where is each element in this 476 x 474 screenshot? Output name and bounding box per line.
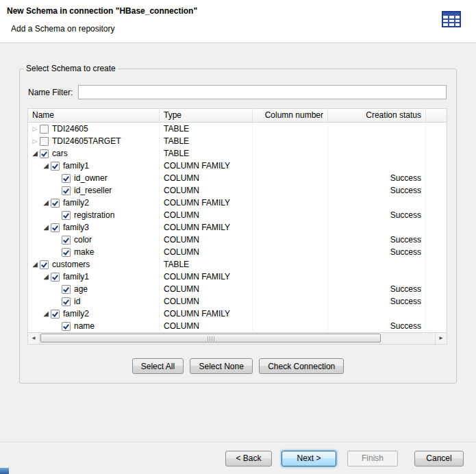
tree-expander-icon[interactable]: ◢ xyxy=(41,308,51,320)
row-checkbox[interactable] xyxy=(62,174,71,183)
row-column-number xyxy=(253,246,328,258)
row-name: color xyxy=(74,234,95,246)
table-row[interactable]: id_reseller COLUMN Success xyxy=(28,184,447,197)
row-checkbox[interactable] xyxy=(51,162,60,171)
tree-expander-icon[interactable]: ◢ xyxy=(41,221,51,234)
row-checkbox[interactable] xyxy=(40,260,49,269)
tree-expander-icon[interactable]: ▷ xyxy=(30,135,40,147)
row-checkbox[interactable] xyxy=(40,137,49,146)
table-grid-icon xyxy=(442,11,461,27)
column-header-name[interactable]: Name xyxy=(28,109,160,122)
table-row[interactable]: ◢ customers TABLE xyxy=(28,258,447,271)
horizontal-scrollbar[interactable]: ◄ ► xyxy=(28,332,447,344)
row-name: family2 xyxy=(63,197,92,209)
row-status xyxy=(328,271,426,283)
tree-expander-icon[interactable]: ◢ xyxy=(30,258,40,271)
table-row[interactable]: name COLUMN Success xyxy=(28,320,447,332)
select-schema-group: Select Schema to create Name Filter: Nam… xyxy=(19,68,457,384)
row-column-number xyxy=(253,271,328,283)
scroll-right-icon[interactable]: ► xyxy=(435,333,447,344)
column-header-creation-status[interactable]: Creation status xyxy=(328,109,426,122)
row-checkbox[interactable] xyxy=(51,223,60,232)
checkmark-icon xyxy=(52,224,58,230)
wizard-subtitle: Add a Schema on repository xyxy=(11,24,114,34)
select-all-button[interactable]: Select All xyxy=(132,358,184,374)
row-status: Success xyxy=(328,246,426,258)
row-checkbox[interactable] xyxy=(62,236,71,245)
table-row[interactable]: make COLUMN Success xyxy=(28,246,447,258)
row-checkbox[interactable] xyxy=(62,211,71,220)
table-row[interactable]: ◢ cars TABLE xyxy=(28,147,447,160)
row-status xyxy=(328,308,426,320)
tree-expander-icon[interactable]: ◢ xyxy=(30,147,40,160)
row-name: make xyxy=(74,246,97,258)
new-schema-wizard-dialog: New Schema in connection "HBase_connecti… xyxy=(0,0,476,474)
row-status xyxy=(328,258,426,271)
table-row[interactable]: ▷ TDI24605 TABLE xyxy=(28,123,447,135)
row-status xyxy=(328,135,426,147)
table-row[interactable]: registration COLUMN Success xyxy=(28,209,447,221)
row-checkbox[interactable] xyxy=(40,125,49,134)
row-checkbox[interactable] xyxy=(62,248,71,257)
tree-expander-icon[interactable]: ◢ xyxy=(41,160,51,172)
name-filter-input[interactable] xyxy=(78,85,447,99)
check-connection-button[interactable]: Check Connection xyxy=(259,358,344,374)
row-status xyxy=(328,123,426,135)
table-row[interactable]: ◢ family2 COLUMN FAMILY xyxy=(28,197,447,209)
select-none-button[interactable]: Select None xyxy=(190,358,252,374)
table-row[interactable]: ◢ family1 COLUMN FAMILY xyxy=(28,160,447,172)
row-type: COLUMN xyxy=(160,209,253,221)
row-checkbox[interactable] xyxy=(51,199,60,208)
tree-expander-icon[interactable]: ◢ xyxy=(41,271,51,283)
row-type: COLUMN FAMILY xyxy=(160,271,253,283)
row-column-number xyxy=(253,123,328,135)
tree-table-body: ▷ TDI24605 TABLE ▷ TDI24605TARGET TABLE … xyxy=(28,123,447,332)
row-status: Success xyxy=(328,283,426,295)
row-checkbox[interactable] xyxy=(62,297,71,306)
row-type: TABLE xyxy=(160,135,253,147)
row-name: customers xyxy=(52,258,92,271)
checkmark-icon xyxy=(52,310,58,316)
group-title: Select Schema to create xyxy=(23,64,118,73)
row-name: TDI24605TARGET xyxy=(52,135,123,147)
table-row[interactable]: ◢ family3 COLUMN FAMILY xyxy=(28,221,447,234)
row-status: Success xyxy=(328,295,426,308)
column-header-column-number[interactable]: Column number xyxy=(253,109,328,122)
checkmark-icon xyxy=(63,187,69,193)
column-header-type[interactable]: Type xyxy=(160,109,253,122)
table-row[interactable]: ◢ family2 COLUMN FAMILY xyxy=(28,308,447,320)
row-type: COLUMN xyxy=(160,295,253,308)
table-row[interactable]: color COLUMN Success xyxy=(28,234,447,246)
row-column-number xyxy=(253,197,328,209)
next-button[interactable]: Next > xyxy=(281,451,336,466)
row-name: family2 xyxy=(63,308,92,320)
checkmark-icon xyxy=(63,323,69,329)
tree-expander-icon[interactable]: ◢ xyxy=(41,197,51,209)
cancel-button[interactable]: Cancel xyxy=(414,451,464,466)
row-checkbox[interactable] xyxy=(62,285,71,294)
row-checkbox[interactable] xyxy=(51,273,60,282)
table-row[interactable]: age COLUMN Success xyxy=(28,283,447,295)
row-type: COLUMN FAMILY xyxy=(160,308,253,320)
scrollbar-thumb[interactable] xyxy=(40,334,381,342)
checkmark-icon xyxy=(52,273,58,279)
table-row[interactable]: id_owner COLUMN Success xyxy=(28,172,447,184)
wizard-footer: < Back Next > Finish Cancel xyxy=(0,442,476,474)
back-button[interactable]: < Back xyxy=(225,451,272,466)
row-checkbox[interactable] xyxy=(51,310,60,319)
table-row[interactable]: ▷ TDI24605TARGET TABLE xyxy=(28,135,447,147)
checkmark-icon xyxy=(63,175,69,181)
wizard-header: New Schema in connection "HBase_connecti… xyxy=(0,0,476,43)
scroll-left-icon[interactable]: ◄ xyxy=(28,333,40,344)
row-column-number xyxy=(253,258,328,271)
row-checkbox[interactable] xyxy=(40,149,49,158)
row-column-number xyxy=(253,308,328,320)
row-type: TABLE xyxy=(160,123,253,135)
row-checkbox[interactable] xyxy=(62,322,71,331)
table-row[interactable]: id COLUMN Success xyxy=(28,295,447,308)
tree-expander-icon[interactable]: ▷ xyxy=(30,123,40,135)
row-type: COLUMN FAMILY xyxy=(160,197,253,209)
table-row[interactable]: ◢ family1 COLUMN FAMILY xyxy=(28,271,447,283)
column-header-filler xyxy=(426,109,447,122)
row-checkbox[interactable] xyxy=(62,186,71,195)
